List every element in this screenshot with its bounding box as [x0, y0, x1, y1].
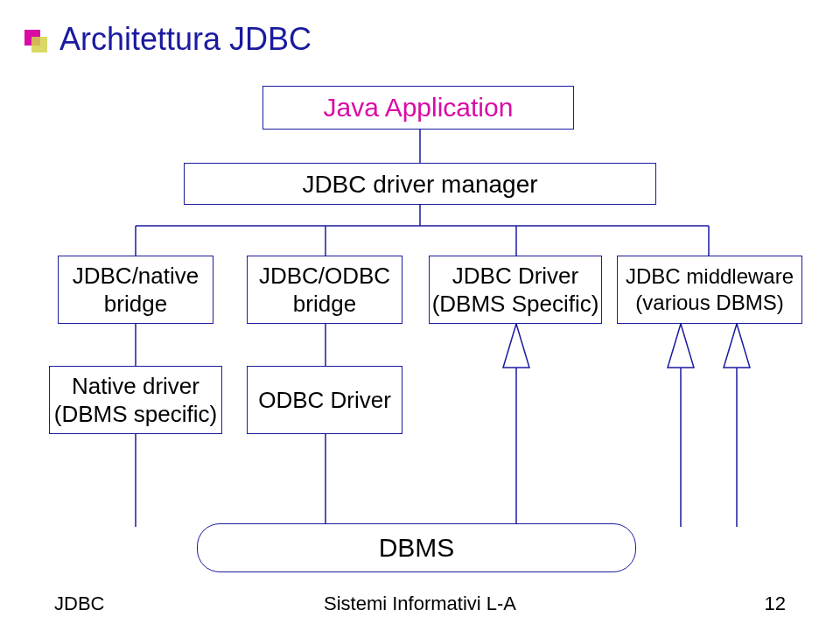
footer-center: Sistemi Informativi L-A — [0, 592, 840, 615]
slide-bullet-icon — [24, 30, 47, 53]
box-java-application: Java Application — [262, 86, 574, 130]
footer-page-number: 12 — [765, 592, 786, 615]
box-dbms: DBMS — [197, 523, 636, 572]
slide-footer: JDBC Sistemi Informativi L-A 12 — [0, 592, 840, 619]
box-jdbc-middleware: JDBC middleware(various DBMS) — [617, 256, 802, 324]
box-jdbc-odbc-bridge: JDBC/ODBCbridge — [247, 256, 402, 324]
box-native-driver: Native driver(DBMS specific) — [49, 366, 222, 434]
box-driver-manager: JDBC driver manager — [184, 163, 656, 205]
slide-title: Architettura JDBC — [60, 21, 312, 58]
box-odbc-driver: ODBC Driver — [247, 366, 402, 434]
box-jdbc-driver: JDBC Driver(DBMS Specific) — [429, 256, 602, 324]
box-jdbc-native-bridge: JDBC/nativebridge — [58, 256, 214, 324]
